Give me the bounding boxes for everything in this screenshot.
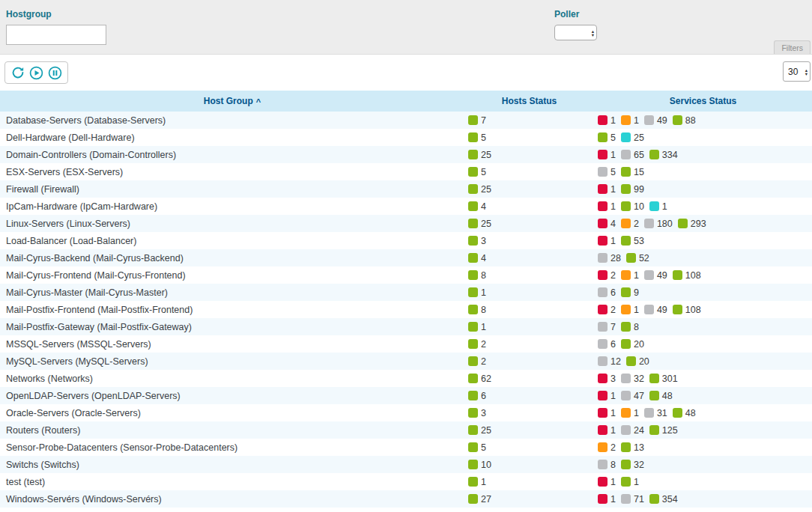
status-badge: 1: [621, 115, 639, 126]
column-header-services-status[interactable]: Services Status: [594, 91, 812, 112]
column-header-host-group[interactable]: Host Group^: [0, 91, 464, 112]
badge-count: 32: [634, 374, 644, 384]
hostgroup-name-link[interactable]: Mail-Cyrus-Master (Mail-Cyrus-Master): [6, 287, 168, 298]
critical-badge-icon: [598, 115, 608, 125]
up-badge-icon: [468, 219, 478, 228]
up-badge-icon: [468, 460, 478, 469]
badge-count: 2: [610, 305, 616, 315]
hostgroup-name-link[interactable]: Dell-Hardware (Dell-Hardware): [6, 132, 135, 143]
badge-count: 1: [610, 236, 616, 246]
ok-badge-icon: [621, 322, 631, 332]
hostgroup-name-cell: Database-Servers (Database-Servers): [0, 112, 464, 129]
warning-badge-icon: [621, 408, 631, 418]
badge-count: 25: [481, 184, 491, 195]
hostgroup-name-link[interactable]: test (test): [6, 477, 45, 487]
hostgroup-name-link[interactable]: MSSQL-Servers (MSSQL-Servers): [6, 339, 151, 350]
filters-toggle-tab[interactable]: Filters: [774, 40, 811, 54]
status-badge: 8: [598, 460, 616, 470]
hostgroup-name-link[interactable]: MySQL-Servers (MySQL-Servers): [6, 356, 148, 367]
pause-icon[interactable]: [48, 66, 62, 80]
up-badge-icon: [468, 253, 478, 263]
ok-badge-icon: [673, 115, 682, 125]
hostgroup-input[interactable]: [6, 25, 106, 45]
status-badge: 1: [468, 477, 486, 487]
hostgroup-name-link[interactable]: Mail-Postfix-Frontend (Mail-Postfix-Fron…: [6, 305, 193, 315]
hostgroup-name-link[interactable]: ESX-Servers (ESX-Servers): [6, 167, 123, 177]
play-icon[interactable]: [29, 66, 43, 80]
services-status-cell: 832: [594, 456, 812, 473]
up-badge-icon: [468, 184, 478, 194]
status-badge: 180: [644, 219, 673, 229]
badge-count: 48: [662, 391, 673, 401]
up-badge-icon: [468, 167, 478, 177]
status-badge: 4: [468, 253, 486, 263]
ok-badge-icon: [621, 184, 631, 194]
table-row: Networks (Networks)62332301: [0, 370, 812, 387]
status-badge: 2: [598, 305, 616, 315]
table-row: Mail-Cyrus-Backend (Mail-Cyrus-Backend)4…: [0, 249, 812, 266]
page-size-value: 30: [788, 67, 798, 77]
hostgroup-name-link[interactable]: OpenLDAP-Servers (OpenLDAP-Servers): [6, 391, 181, 401]
hostgroup-name-link[interactable]: Linux-Servers (Linux-Servers): [6, 219, 130, 229]
hostgroup-name-link[interactable]: Database-Servers (Database-Servers): [6, 115, 166, 126]
services-status-cell: 620: [594, 335, 812, 353]
status-badge: 4: [468, 201, 486, 212]
ok-badge-icon: [673, 270, 682, 280]
critical-badge-icon: [598, 150, 608, 159]
hostgroup-label: Hostgroup: [6, 9, 106, 19]
hostgroup-name-link[interactable]: Load-Balancer (Load-Balancer): [6, 236, 136, 246]
hostgroup-name-link[interactable]: Mail-Postfix-Gateway (Mail-Postfix-Gatew…: [6, 322, 192, 332]
badge-count: 32: [634, 460, 644, 470]
badge-count: 108: [685, 270, 701, 281]
hostgroup-name-link[interactable]: IpCam-Hardware (IpCam-Hardware): [6, 201, 157, 212]
badge-count: 8: [481, 270, 486, 281]
hosts-status-cell: 25: [464, 180, 594, 198]
hostgroup-name-link[interactable]: Firewall (Firewall): [6, 184, 79, 195]
hostgroup-name-link[interactable]: Switchs (Switchs): [6, 460, 79, 470]
badge-count: 1: [610, 477, 616, 487]
status-badge: 1: [621, 477, 639, 487]
hostgroup-name-link[interactable]: Oracle-Servers (Oracle-Servers): [6, 408, 141, 418]
refresh-icon[interactable]: [10, 66, 25, 80]
services-status-cell: 42180293: [594, 215, 812, 232]
hostgroup-name-link[interactable]: Networks (Networks): [6, 374, 93, 384]
badge-count: 25: [634, 132, 644, 143]
hostgroup-name-cell: Oracle-Servers (Oracle-Servers): [0, 404, 464, 421]
hostgroup-name-link[interactable]: Routers (Routers): [6, 425, 80, 436]
table-header-row: Host Group^ Hosts Status Services Status: [0, 91, 812, 112]
status-badge: 2: [598, 442, 616, 453]
table-row: Sensor-Probe-Datacenters (Sensor-Probe-D…: [0, 439, 812, 456]
unknown-badge-icon: [598, 287, 608, 297]
badge-count: 1: [610, 150, 616, 160]
up-badge-icon: [468, 305, 478, 314]
hostgroup-name-cell: Routers (Routers): [0, 421, 464, 439]
hosts-status-cell: 7: [464, 112, 594, 129]
column-header-hosts-status[interactable]: Hosts Status: [464, 91, 594, 112]
status-badge: 71: [621, 494, 644, 505]
ok-badge-icon: [621, 460, 631, 469]
table-row: OpenLDAP-Servers (OpenLDAP-Servers)61474…: [0, 387, 812, 404]
hostgroup-name-cell: Windows-Servérs (Windows-Servérs): [0, 490, 464, 508]
ok-badge-icon: [626, 356, 636, 366]
table-row: Mail-Cyrus-Frontend (Mail-Cyrus-Frontend…: [0, 266, 812, 284]
hostgroup-name-link[interactable]: Mail-Cyrus-Backend (Mail-Cyrus-Backend): [6, 253, 184, 263]
table-row: Load-Balancer (Load-Balancer)3153: [0, 232, 812, 249]
hostgroup-name-link[interactable]: Windows-Servérs (Windows-Servérs): [6, 494, 162, 505]
toolbar: 30 ▴▾: [0, 55, 812, 91]
critical-badge-icon: [598, 391, 608, 400]
status-badge: 1: [621, 408, 639, 418]
poller-select[interactable]: ▴▾: [554, 25, 597, 40]
hostgroup-name-link[interactable]: Sensor-Probe-Datacenters (Sensor-Probe-D…: [6, 442, 237, 453]
badge-count: 28: [610, 253, 621, 263]
critical-badge-icon: [598, 236, 608, 246]
page-size-select[interactable]: 30 ▴▾: [783, 61, 811, 82]
badge-count: 52: [639, 253, 649, 263]
hosts-status-cell: 3: [464, 232, 594, 249]
hostgroup-name-link[interactable]: Mail-Cyrus-Frontend (Mail-Cyrus-Frontend…: [6, 270, 186, 281]
status-badge: 49: [644, 270, 667, 281]
unknown-badge-icon: [598, 167, 608, 177]
critical-badge-icon: [598, 305, 608, 314]
badge-count: 8: [481, 305, 486, 315]
hostgroup-name-link[interactable]: Domain-Controllers (Domain-Controllers): [6, 150, 176, 160]
up-badge-icon: [468, 339, 478, 349]
